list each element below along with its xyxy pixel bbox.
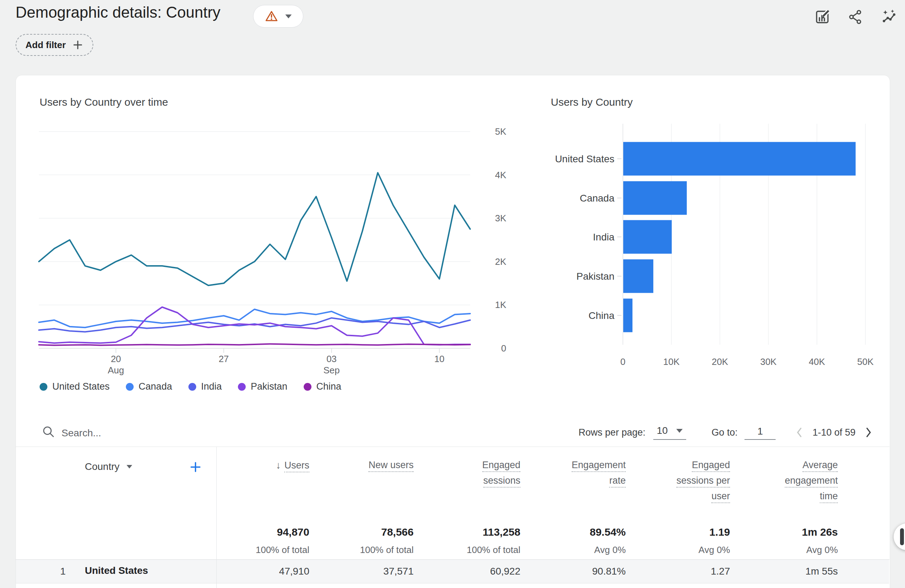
bar-category-label: China: [589, 310, 615, 321]
svg-text:0: 0: [501, 343, 506, 354]
users-over-time-line-chart: 01K2K3K4K5K20Aug2703Sep10: [28, 124, 520, 378]
go-to-page-input[interactable]: [745, 425, 776, 440]
legend-dot-icon: [238, 383, 246, 391]
report-toolbar: [813, 8, 898, 26]
svg-text:27: 27: [219, 354, 229, 364]
dimension-header-label: Country: [85, 461, 119, 472]
sort-descending-icon: ↓: [276, 460, 281, 470]
line-series-pakistan: [39, 307, 470, 345]
demographic-details-page: Demographic details: Country: [0, 0, 905, 588]
bar-category-label: United States: [555, 153, 614, 164]
bar-chart-title: Users by Country: [551, 96, 633, 108]
svg-text:4K: 4K: [495, 170, 506, 180]
svg-text:Aug: Aug: [108, 365, 124, 375]
search-icon: [41, 424, 56, 439]
add-filter-button[interactable]: Add filter: [16, 34, 93, 56]
line-series-united-states: [39, 173, 470, 286]
chevron-down-icon: [676, 429, 683, 433]
page-title: Demographic details: Country: [16, 3, 221, 21]
table-controls: Rows per page: 10 Go to: 1-10 of 59: [579, 422, 872, 443]
users-by-country-bar-chart: 010K20K30K40K50KUnited StatesCanadaIndia…: [545, 120, 905, 368]
add-filter-label: Add filter: [25, 40, 66, 51]
plus-icon: [72, 39, 83, 51]
chevron-down-icon: [285, 14, 292, 18]
line-chart-title: Users by Country over time: [40, 96, 168, 108]
legend-dot-icon: [304, 383, 311, 391]
bar-canada: [623, 181, 687, 215]
row-country-label: United States: [85, 565, 148, 576]
warning-triangle-icon: [265, 10, 278, 23]
svg-text:5K: 5K: [495, 126, 506, 137]
legend-label: United States: [52, 381, 110, 392]
legend-label: Canada: [138, 381, 172, 392]
divider: [16, 559, 889, 560]
rows-per-page-label: Rows per page:: [579, 427, 646, 438]
svg-text:50K: 50K: [857, 356, 874, 367]
legend-dot-icon: [40, 383, 48, 391]
svg-text:10K: 10K: [663, 356, 680, 367]
column-header-text: engagement: [785, 475, 838, 488]
pagination-range-label: 1-10 of 59: [812, 427, 856, 438]
legend-label: China: [316, 381, 341, 392]
svg-text:40K: 40K: [809, 356, 826, 367]
column-header-text: Average: [802, 460, 838, 472]
edit-report-icon: [814, 8, 831, 25]
rows-per-page-value: 10: [657, 425, 668, 436]
svg-text:20K: 20K: [711, 356, 728, 367]
next-page-button[interactable]: [865, 426, 872, 439]
data-quality-dropdown[interactable]: [253, 5, 303, 28]
legend-item-india: India: [189, 381, 222, 392]
legend-label: Pakistan: [251, 381, 287, 392]
chart-legend: United StatesCanadaIndiaPakistanChina: [40, 381, 341, 392]
column-header-text: time: [820, 491, 838, 503]
divider: [16, 447, 889, 447]
edit-report-button[interactable]: [813, 8, 832, 26]
legend-dot-icon: [189, 383, 196, 391]
svg-text:3K: 3K: [495, 213, 506, 224]
legend-dot-icon: [126, 383, 133, 391]
table-cell-value: 1m 55s: [711, 566, 838, 577]
bar-category-label: Canada: [580, 193, 615, 203]
legend-item-united-states: United States: [40, 381, 110, 392]
svg-text:20: 20: [111, 354, 121, 364]
legend-label: India: [201, 381, 222, 392]
share-icon: [847, 9, 864, 25]
bar-category-label: Pakistan: [576, 271, 614, 282]
column-header-average-engagement-time[interactable]: Averageengagementtime: [711, 460, 838, 506]
legend-item-canada: Canada: [126, 381, 172, 392]
svg-text:03: 03: [326, 354, 337, 364]
previous-page-button[interactable]: [795, 426, 803, 439]
bar-pakistan: [623, 259, 653, 293]
line-series-china: [39, 344, 470, 345]
insights-button[interactable]: [880, 8, 898, 26]
bar-china: [623, 299, 632, 332]
svg-text:2K: 2K: [495, 256, 506, 267]
chevron-down-icon: [127, 465, 132, 469]
insights-icon: [881, 9, 897, 25]
legend-item-china: China: [304, 381, 341, 392]
bar-india: [623, 220, 672, 254]
rows-per-page-select[interactable]: 10: [653, 425, 686, 440]
svg-text:Sep: Sep: [324, 365, 340, 375]
totals-value: 1m 26s: [711, 526, 838, 538]
svg-text:1K: 1K: [495, 299, 506, 310]
column-header-country[interactable]: Country: [85, 461, 132, 472]
totals-sub-label: Avg 0%: [711, 545, 838, 555]
svg-text:30K: 30K: [760, 356, 777, 367]
legend-item-pakistan: Pakistan: [238, 381, 287, 392]
go-to-label: Go to:: [711, 427, 738, 438]
row-index: 1: [53, 566, 73, 577]
svg-text:0: 0: [621, 356, 626, 367]
bar-category-label: India: [593, 232, 614, 243]
svg-text:10: 10: [434, 354, 445, 364]
search-input[interactable]: [61, 424, 303, 443]
share-button[interactable]: [846, 8, 865, 26]
bar-united-states: [623, 142, 856, 176]
pagination: 1-10 of 59: [795, 426, 872, 439]
scrollbar-thumb-icon: [900, 528, 904, 545]
